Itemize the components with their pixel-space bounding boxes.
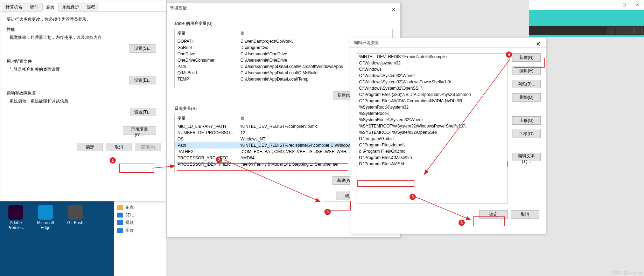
tab-advanced[interactable]: 高级 (42, 3, 58, 12)
list-item[interactable]: %SYSTEMROOT%\System32\WindowsPowerShell\… (357, 123, 507, 129)
list-item[interactable]: %SYSTEMROOT%\System32\OpenSSH\ (357, 129, 507, 136)
cancel-button[interactable]: 取消 (106, 143, 132, 151)
list-item[interactable]: 跑虎 (116, 203, 164, 212)
cancel-button[interactable]: 取消 (511, 210, 539, 219)
annotation-5: 5 (410, 194, 416, 200)
list-item[interactable]: %SystemRoot% (357, 110, 507, 117)
perf-desc: 视觉效果，处理器计划，内存使用，以及虚拟内存 (9, 35, 160, 41)
edit-env-window: 编辑环境变量 ✕ %INTEL_DEV_REDIST%redist\intel6… (350, 38, 546, 234)
list-item[interactable]: %SystemRoot%\system32 (357, 104, 507, 110)
startup-desc: 系统启动、系统故障和调试信息 (9, 98, 160, 104)
edit-button[interactable]: 编辑(E) (512, 67, 541, 75)
close-icon[interactable]: ✕ (532, 39, 544, 50)
new-button[interactable]: 新建(N) (512, 53, 541, 62)
move-up-button[interactable]: 上移(U) (512, 116, 541, 125)
tab-computer-name[interactable]: 计算机名 (2, 2, 26, 11)
tabs: 计算机名 硬件 高级 系统保护 远程 (0, 2, 166, 12)
perf-label: 性能 (7, 27, 160, 33)
ok-button[interactable]: 确定 (479, 210, 508, 219)
delete-button[interactable]: 删除(D) (512, 93, 541, 102)
tab-hardware[interactable]: 硬件 (26, 2, 42, 11)
user-vars-label: annie 的用户变量(U) (174, 21, 393, 27)
tab-remote[interactable]: 远程 (83, 2, 99, 11)
list-item[interactable]: 图片 (116, 227, 164, 235)
tool-icon[interactable] (616, 27, 624, 34)
window-title: 环境变量 ✕ (167, 3, 400, 13)
system-properties-window: 计算机名 硬件 高级 系统保护 远程 要进行大多数更改，你必须作为管理员登录。 … (0, 0, 166, 201)
annotation-6: 6 (458, 220, 465, 226)
profile-settings-button[interactable]: 设置(E)... (130, 76, 156, 84)
dialog-buttons: 确定 取消 应用(A) (0, 139, 166, 155)
profile-desc: 与登录帐户相关的桌面设置 (9, 67, 160, 73)
list-item[interactable]: D:\Program Files\NASM (357, 161, 507, 167)
list-item[interactable]: C:\Windows\system32 (357, 60, 507, 66)
annotation-4: 4 (506, 51, 512, 58)
toolbar-strip (529, 26, 644, 35)
watermark: CSDN @sanqima (611, 270, 642, 275)
explorer-panel: 跑虎 3D ... 视频 图片 (114, 201, 166, 276)
list-item[interactable]: C:\Program Files (x86)\NVIDIA Corporatio… (357, 91, 507, 98)
minimize-icon[interactable]: — (604, 0, 617, 9)
admin-note: 要进行大多数更改，你必须作为管理员登录。 (7, 16, 160, 22)
window-controls: — ▢ ✕ (529, 0, 644, 10)
close-icon[interactable]: ✕ (389, 4, 399, 15)
tab-system-protection[interactable]: 系统保护 (58, 2, 83, 11)
path-list[interactable]: %INTEL_DEV_REDIST%redist\intel64\compile… (357, 53, 508, 204)
list-item[interactable]: C:\Windows\System32\WindowsPowerShell\v1… (357, 79, 507, 85)
profile-label: 用户配置文件 (7, 58, 160, 64)
col-header-var: 变量 (175, 29, 238, 38)
col-header-val: 值 (238, 29, 392, 38)
annotation-2: 2 (216, 157, 222, 163)
browse-button[interactable]: 浏览(B)... (512, 80, 541, 88)
startup-settings-button[interactable]: 设置(T)... (130, 108, 156, 116)
desktop-icon[interactable]: Adobe Premie... (4, 205, 28, 230)
list-item[interactable]: C:\Windows (357, 66, 507, 73)
col-header-var: 变量 (175, 114, 238, 123)
window-title: 编辑环境变量 ✕ (350, 38, 546, 48)
desktop-icon[interactable]: Git Bash (63, 205, 88, 225)
maximize-icon[interactable]: ▢ (617, 0, 631, 9)
tool-icon[interactable] (634, 27, 643, 34)
move-down-button[interactable]: 下移(O) (512, 130, 541, 138)
tool-icon[interactable] (607, 27, 615, 34)
env-variables-button[interactable]: 环境变量(N)... (123, 126, 156, 134)
ok-button[interactable]: 确定 (77, 143, 103, 151)
edit-text-button[interactable]: 编辑文本(T)... (512, 153, 541, 161)
list-item[interactable]: D:\Program Files\CMake\bin (357, 154, 507, 161)
tool-icon[interactable] (625, 27, 634, 34)
list-item[interactable]: C:\Windows\System32\OpenSSH\ (357, 85, 507, 91)
list-item[interactable]: C:\Program Files\dotnet\ (357, 142, 507, 148)
side-buttons: 新建(N) 编辑(E) 浏览(B)... 删除(D) 上移(U) 下移(O) 编… (508, 53, 541, 204)
close-icon[interactable]: ✕ (631, 0, 644, 9)
startup-label: 启动和故障恢复 (7, 90, 160, 96)
list-item[interactable]: 视频 (116, 219, 164, 227)
perf-settings-button[interactable]: 设置(S)... (130, 44, 156, 53)
list-item[interactable]: C:\Windows\System32\Wbem (357, 73, 507, 79)
apply-button[interactable]: 应用(A) (135, 143, 161, 151)
annotation-1: 1 (110, 157, 116, 164)
list-item[interactable]: %SystemRoot%\System32\Wbem (357, 117, 507, 123)
list-item[interactable]: C:\Program Files\NVIDIA Corporation\NVID… (357, 98, 507, 104)
sysprops-body: 要进行大多数更改，你必须作为管理员登录。 性能 视觉效果，处理器计划，内存使用，… (0, 12, 166, 139)
list-item[interactable]: d:\Program Files\Git\cmd (357, 148, 507, 154)
list-item[interactable]: %INTEL_DEV_REDIST%redist\intel64\compile… (357, 54, 507, 60)
annotation-3: 3 (324, 209, 331, 215)
list-item[interactable]: 3D ... (116, 212, 164, 219)
list-item[interactable]: D:\program\Go\bin (357, 136, 507, 142)
desktop-icon[interactable]: Microsoft Edge (33, 205, 58, 230)
